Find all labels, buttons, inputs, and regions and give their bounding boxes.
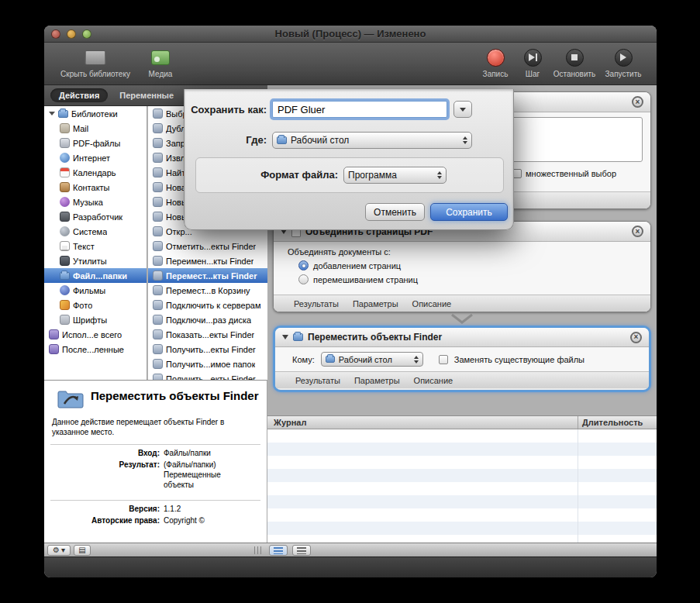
sidebar-item-system[interactable]: Система xyxy=(44,224,147,239)
log-body[interactable] xyxy=(267,429,657,543)
workflow-connector-chevron xyxy=(450,313,474,325)
action-list-item[interactable]: Отметить...екты Finder xyxy=(148,239,267,253)
shuffle-pages-radio[interactable] xyxy=(298,274,309,284)
minimize-button[interactable] xyxy=(67,29,76,39)
action-list-item[interactable]: Переимен...кты Finder xyxy=(148,253,267,268)
sidebar-item-pdf[interactable]: PDF-файлы xyxy=(44,136,147,150)
action-list-item[interactable]: Получить...имое папок xyxy=(148,357,267,371)
destination-popup[interactable]: Рабочий стол xyxy=(321,352,423,367)
step-icon xyxy=(524,49,542,67)
remove-action-button[interactable]: × xyxy=(632,96,643,108)
fonts-icon xyxy=(60,315,70,325)
zoom-button[interactable] xyxy=(82,29,91,39)
append-pages-radio[interactable] xyxy=(298,260,309,270)
sidebar-item-libraries[interactable]: Библиотеки xyxy=(44,106,147,121)
disclosure-triangle-icon[interactable] xyxy=(49,112,55,115)
where-popup[interactable]: Рабочий стол xyxy=(272,132,472,149)
folder-icon xyxy=(277,136,287,144)
combine-documents-label: Объединять документы с: xyxy=(288,247,643,257)
step-label: Шаг xyxy=(526,70,540,78)
variables-view-button[interactable] xyxy=(292,545,311,556)
calendar-icon xyxy=(60,167,70,177)
sidebar-item-mail[interactable]: Mail xyxy=(44,121,147,136)
sidebar-item-fonts[interactable]: Шрифты xyxy=(44,312,147,327)
log-view-button[interactable] xyxy=(269,545,288,556)
action-list-item[interactable]: Получить...екты Finder xyxy=(148,342,267,357)
close-button[interactable] xyxy=(51,29,60,39)
description-link[interactable]: Описание xyxy=(412,299,452,308)
log-journal-header: Журнал xyxy=(267,418,578,427)
sidebar-item-files-folders[interactable]: Файл...папки xyxy=(44,268,147,283)
sidebar-item-recently-added[interactable]: После...ленные xyxy=(44,342,147,357)
run-label: Запустить xyxy=(605,70,642,78)
save-button[interactable]: Сохранить xyxy=(430,203,508,221)
step-button[interactable]: Шаг xyxy=(516,47,550,78)
file-format-popup[interactable]: Программа xyxy=(343,167,447,184)
where-value: Рабочий стол xyxy=(291,135,349,146)
cancel-button[interactable]: Отменить xyxy=(365,203,425,221)
destination-value: Рабочий стол xyxy=(339,355,392,364)
sidebar-item-movies[interactable]: Фильмы xyxy=(44,283,147,298)
action-icon xyxy=(153,167,163,177)
block3-title: Переместить объекты Finder xyxy=(308,332,442,343)
toolbar: Скрыть библиотеку Медиа Запись Шаг Остан… xyxy=(44,43,657,85)
sidebar-item-text[interactable]: Текст xyxy=(44,239,147,253)
sidebar-item-calendar[interactable]: Календарь xyxy=(44,165,147,180)
dropdown-arrow-icon: ▾ xyxy=(61,546,65,554)
options-link[interactable]: Параметры xyxy=(354,376,400,385)
media-label: Медиа xyxy=(149,70,173,78)
action-list-item[interactable]: Подключить к серверам xyxy=(148,298,267,312)
panel-icon: ▤ xyxy=(78,546,85,554)
workflow-action-block-2[interactable]: Объединить страницы PDF × Объединять док… xyxy=(273,221,651,312)
filename-input[interactable] xyxy=(272,101,447,118)
sidebar-item-most-used[interactable]: Испол...е всего xyxy=(44,327,147,342)
action-list-item[interactable]: Получить...екты Finder xyxy=(148,371,267,380)
stop-button[interactable]: Остановить xyxy=(550,47,599,78)
action-list-item-selected[interactable]: Перемест...кты Finder xyxy=(148,268,267,283)
media-button[interactable]: Медиа xyxy=(139,47,182,78)
save-as-label: Сохранить как: xyxy=(184,104,267,115)
developer-icon xyxy=(60,212,70,222)
expand-dialog-button[interactable] xyxy=(453,101,472,118)
stop-label: Остановить xyxy=(553,70,596,78)
sidebar-item-contacts[interactable]: Контакты xyxy=(44,180,147,195)
contacts-icon xyxy=(60,182,70,192)
close-x-icon: × xyxy=(636,98,640,106)
action-list-item[interactable]: Перемест...в Корзину xyxy=(148,283,267,298)
action-icon xyxy=(153,138,163,148)
sidebar-item-utilities[interactable]: Утилиты xyxy=(44,253,147,268)
disclosure-triangle-icon[interactable] xyxy=(282,335,288,339)
sidebar-item-internet[interactable]: Интернет xyxy=(44,150,147,165)
run-button[interactable]: Запустить xyxy=(599,47,647,78)
drag-handle[interactable] xyxy=(254,546,263,554)
sidebar-item-photo[interactable]: Фото xyxy=(44,298,147,312)
sidebar-item-developer[interactable]: Разработчик xyxy=(44,209,147,224)
hide-library-button[interactable]: Скрыть библиотеку xyxy=(55,47,136,78)
tab-variables[interactable]: Переменные xyxy=(111,88,182,102)
text-icon xyxy=(60,241,70,251)
close-x-icon: × xyxy=(636,228,640,236)
action-list-item[interactable]: Подключи...раз диска xyxy=(148,312,267,327)
workflow-action-block-3-selected[interactable]: Переместить объекты Finder × Кому: Рабоч… xyxy=(273,326,651,392)
result-value: (Файлы/папки) Перемещенные объекты xyxy=(164,460,260,490)
description-link[interactable]: Описание xyxy=(414,376,453,385)
record-button[interactable]: Запись xyxy=(475,47,516,78)
results-link[interactable]: Результаты xyxy=(295,376,340,385)
folder-icon xyxy=(60,272,70,280)
action-icon xyxy=(153,329,163,339)
record-label: Запись xyxy=(483,70,509,78)
title-bar[interactable]: Новый (Процесс) — Изменено xyxy=(44,26,657,43)
results-link[interactable]: Результаты xyxy=(294,299,339,308)
close-x-icon: × xyxy=(634,333,639,341)
replace-existing-checkbox[interactable] xyxy=(439,355,448,364)
remove-action-button[interactable]: × xyxy=(632,226,643,237)
sidebar-item-music[interactable]: Музыка xyxy=(44,195,147,209)
log-panel: Журнал Длительность xyxy=(267,415,657,543)
panel-toggle-button[interactable]: ▤ xyxy=(74,545,91,556)
remove-action-button[interactable]: × xyxy=(630,332,642,343)
tab-actions[interactable]: Действия xyxy=(50,88,108,102)
to-label: Кому: xyxy=(292,355,315,364)
gear-menu-button[interactable]: ⚙ ▾ xyxy=(47,545,71,556)
options-link[interactable]: Параметры xyxy=(353,299,398,308)
action-list-item[interactable]: Показать...екты Finder xyxy=(148,327,267,342)
